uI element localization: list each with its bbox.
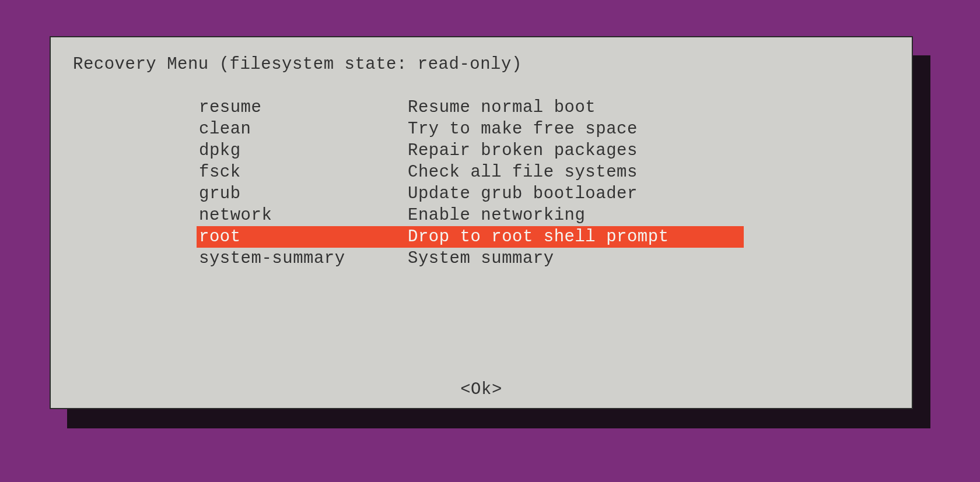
menu-item-system-summary[interactable]: system-summary System summary <box>197 248 744 269</box>
menu-item-key: fsck <box>197 161 408 183</box>
menu-item-desc: Resume normal boot <box>408 97 744 118</box>
menu-item-desc: Enable networking <box>408 205 744 226</box>
menu-item-key: root <box>197 226 408 248</box>
menu-item-desc: Try to make free space <box>408 118 744 140</box>
recovery-dialog: Recovery Menu (filesystem state: read-on… <box>50 36 913 409</box>
menu-item-desc: Repair broken packages <box>408 140 744 161</box>
menu-item-key: dpkg <box>197 140 408 161</box>
menu-item-resume[interactable]: resume Resume normal boot <box>197 97 744 118</box>
menu-item-key: resume <box>197 97 408 118</box>
menu-item-desc: Drop to root shell prompt <box>408 226 744 248</box>
menu-item-grub[interactable]: grub Update grub bootloader <box>197 183 744 205</box>
menu-item-key: system-summary <box>197 248 408 269</box>
menu-item-key: clean <box>197 118 408 140</box>
menu-item-clean[interactable]: clean Try to make free space <box>197 118 744 140</box>
menu-item-desc: Check all file systems <box>408 161 744 183</box>
menu-item-root[interactable]: root Drop to root shell prompt <box>197 226 744 248</box>
menu-item-key: network <box>197 205 408 226</box>
menu-item-desc: System summary <box>408 248 744 269</box>
menu-item-fsck[interactable]: fsck Check all file systems <box>197 161 744 183</box>
menu-item-key: grub <box>197 183 408 205</box>
menu-item-desc: Update grub bootloader <box>408 183 744 205</box>
recovery-menu[interactable]: resume Resume normal boot clean Try to m… <box>197 97 744 269</box>
menu-item-dpkg[interactable]: dpkg Repair broken packages <box>197 140 744 161</box>
ok-button[interactable]: <Ok> <box>51 380 912 399</box>
dialog-title: Recovery Menu (filesystem state: read-on… <box>73 55 522 74</box>
menu-item-network[interactable]: network Enable networking <box>197 205 744 226</box>
